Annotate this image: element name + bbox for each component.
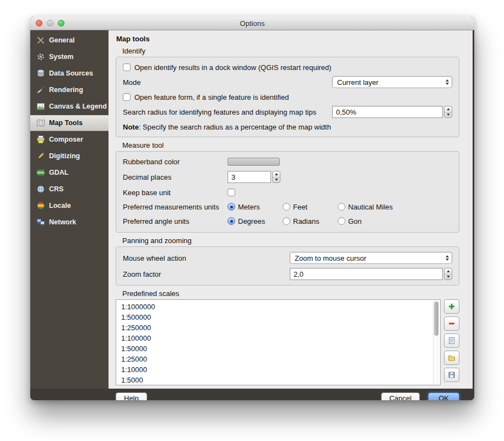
feet-radio-label: Feet [293, 203, 307, 211]
import-scales-button[interactable] [444, 351, 459, 365]
list-item[interactable]: 1:1000000 [116, 302, 440, 312]
scrollbar-track[interactable] [433, 300, 440, 384]
stepper-up-button[interactable] [445, 268, 452, 275]
sidebar-item-data-sources[interactable]: Data Sources [30, 65, 109, 82]
stepper-down-button[interactable] [445, 112, 452, 118]
rubberband-color-button[interactable] [227, 158, 280, 166]
export-scales-button[interactable] [444, 368, 459, 382]
locale-icon [36, 201, 45, 210]
search-radius-input[interactable]: 0,50% [332, 106, 443, 118]
folder-icon [447, 353, 456, 362]
sidebar-item-network[interactable]: Network [30, 214, 109, 230]
predefined-scales-list[interactable]: 1:1000000 1:500000 1:250000 1:100000 1:5… [116, 299, 441, 385]
list-item[interactable]: 1:50000 [116, 343, 440, 354]
sidebar-item-label: Network [49, 218, 76, 226]
gon-radio[interactable] [338, 217, 345, 225]
decimal-places-spinbox: 3 [227, 171, 280, 183]
save-disk-icon [447, 370, 456, 379]
sidebar-item-digitizing[interactable]: Digitizing [30, 148, 109, 164]
feet-radio-option[interactable]: Feet [283, 203, 338, 211]
sidebar-item-label: General [49, 36, 75, 44]
network-icon [36, 218, 45, 227]
nautical-miles-radio[interactable] [338, 203, 345, 211]
list-item[interactable]: 1:10000 [116, 364, 440, 375]
decimal-places-input[interactable]: 3 [227, 171, 271, 183]
sidebar-item-system[interactable]: System [30, 49, 109, 65]
mode-select[interactable]: Current layer [332, 76, 452, 88]
stepper-up-button[interactable] [273, 171, 280, 178]
degrees-radio-label: Degrees [238, 217, 265, 225]
help-button[interactable]: Help [116, 392, 147, 400]
restore-default-scales-button[interactable] [444, 334, 459, 348]
sidebar-item-label: GDAL [49, 169, 68, 176]
sidebar-item-gdal[interactable]: GDAL GDAL [30, 164, 109, 181]
close-window-button[interactable] [36, 20, 42, 26]
sidebar-item-rendering[interactable]: Rendering [30, 82, 109, 98]
database-icon [36, 69, 45, 78]
meters-radio[interactable] [227, 203, 235, 211]
sidebar-item-label: System [49, 53, 73, 61]
panning-groupbox: Mouse wheel action Zoom to mouse cursor … [116, 246, 459, 286]
stepper-down-button[interactable] [445, 275, 452, 280]
sidebar-item-label: Composer [49, 136, 83, 143]
list-item[interactable]: 1:500000 [116, 312, 440, 322]
sidebar-item-composer[interactable]: Composer [30, 131, 109, 148]
sidebar-item-locale[interactable]: Locale [30, 197, 109, 214]
radians-radio[interactable] [283, 217, 290, 225]
angle-units-label: Preferred angle units [123, 217, 227, 225]
feature-form-checkbox[interactable] [123, 93, 131, 101]
identify-groupbox: Open identify results in a dock window (… [116, 57, 459, 137]
ok-button[interactable]: OK [428, 392, 459, 400]
stepper-down-button[interactable] [273, 178, 280, 183]
nautical-miles-radio-option[interactable]: Nautical Miles [338, 203, 393, 211]
feet-radio[interactable] [283, 203, 290, 211]
keep-base-unit-checkbox[interactable] [227, 189, 235, 196]
remove-scale-button[interactable] [444, 316, 459, 331]
measure-section-title: Measure tool [122, 141, 459, 149]
sidebar-item-label: CRS [49, 185, 63, 193]
list-item[interactable]: 1:250000 [116, 322, 440, 333]
minimize-window-button[interactable] [47, 20, 53, 26]
zoom-factor-stepper [444, 268, 452, 280]
keep-base-unit-label: Keep base unit [123, 189, 227, 197]
note-text: Note: Specify the search radius as a per… [123, 123, 331, 131]
list-item[interactable]: 1:25000 [116, 354, 440, 364]
sidebar-item-label: Locale [49, 202, 71, 209]
pencil-icon [36, 152, 45, 160]
titlebar[interactable]: Options [30, 17, 474, 30]
dock-window-checkbox[interactable] [123, 63, 131, 71]
sidebar-item-canvas-legend[interactable]: Canvas & Legend [30, 98, 109, 115]
identify-section-title: Identify [122, 47, 459, 55]
zoom-window-button[interactable] [58, 20, 64, 26]
sidebar-item-general[interactable]: General [30, 32, 109, 49]
scales-row: 1:1000000 1:500000 1:250000 1:100000 1:5… [116, 299, 459, 385]
search-radius-stepper [444, 106, 452, 118]
list-item[interactable]: 1:5000 [116, 375, 440, 385]
cancel-button[interactable]: Cancel [381, 392, 420, 400]
sidebar-item-label: Digitizing [49, 152, 80, 160]
gon-radio-option[interactable]: Gon [338, 217, 362, 225]
search-radius-spinbox: 0,50% [332, 106, 452, 118]
radians-radio-option[interactable]: Radians [283, 217, 338, 225]
minus-icon [447, 319, 456, 328]
identify-mode-row: Mode Current layer [123, 76, 452, 88]
sidebar-item-label: Rendering [49, 86, 83, 94]
sidebar-item-crs[interactable]: CRS [30, 181, 109, 197]
zoom-factor-input[interactable]: 2,0 [290, 268, 443, 280]
stepper-up-button[interactable] [445, 106, 452, 112]
globe-crs-icon [36, 185, 45, 193]
meters-radio-option[interactable]: Meters [227, 203, 283, 211]
scrollbar-thumb[interactable] [434, 302, 438, 336]
sidebar-item-map-tools[interactable]: Map Tools [30, 115, 109, 131]
degrees-radio-option[interactable]: Degrees [227, 217, 283, 225]
svg-text:GDAL: GDAL [37, 171, 45, 174]
add-scale-button[interactable] [444, 299, 459, 314]
panning-section-title: Panning and zooming [122, 236, 459, 245]
canvas-legend-icon [36, 102, 45, 111]
mouse-wheel-select[interactable]: Zoom to mouse cursor [290, 252, 452, 264]
list-item[interactable]: 1:100000 [116, 333, 440, 343]
window-title: Options [240, 19, 265, 28]
degrees-radio[interactable] [227, 217, 235, 225]
options-dialog: Options General System [30, 17, 474, 400]
decimal-places-stepper [272, 171, 280, 183]
